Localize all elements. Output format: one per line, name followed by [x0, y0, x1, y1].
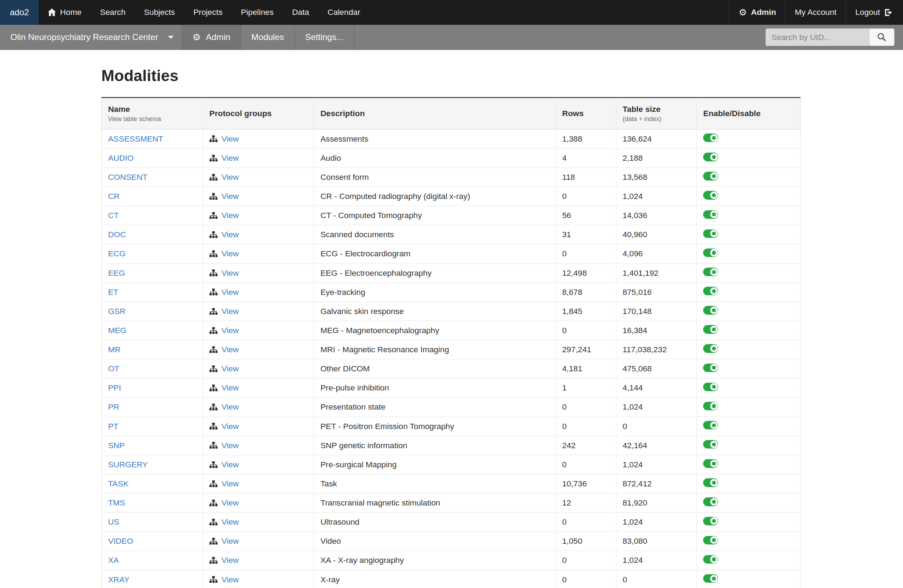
enable-toggle[interactable]: [703, 421, 718, 430]
enable-toggle[interactable]: [703, 210, 718, 219]
enable-toggle[interactable]: [703, 478, 718, 487]
protocol-groups-view-link[interactable]: View: [222, 364, 239, 373]
nav-my-account[interactable]: My Account: [785, 0, 846, 25]
protocol-groups-view-link[interactable]: View: [222, 268, 239, 278]
modality-name-link[interactable]: MR: [108, 345, 121, 354]
protocol-groups-view-link[interactable]: View: [222, 479, 239, 489]
modality-name-link[interactable]: PPI: [108, 383, 121, 392]
modality-name-link[interactable]: PT: [108, 422, 118, 431]
modality-name-cell: EEG: [102, 263, 203, 282]
enable-toggle[interactable]: [703, 536, 718, 544]
uid-search-button[interactable]: [869, 28, 895, 46]
nav-data[interactable]: Data: [283, 0, 318, 25]
modality-name-link[interactable]: ET: [108, 287, 118, 297]
enable-toggle[interactable]: [703, 133, 718, 142]
enable-toggle[interactable]: [703, 306, 718, 314]
nav-subjects[interactable]: Subjects: [135, 0, 184, 25]
modality-name-link[interactable]: ASSESSMENT: [108, 134, 164, 143]
modality-table-size: 14,036: [616, 206, 696, 225]
protocol-groups-view-link[interactable]: View: [222, 172, 239, 182]
protocol-groups-view-link[interactable]: View: [222, 460, 239, 469]
protocol-groups-view-link[interactable]: View: [222, 498, 239, 508]
nav-home[interactable]: Home: [39, 0, 91, 25]
modality-name-link[interactable]: US: [108, 517, 120, 527]
modality-name-link[interactable]: TASK: [108, 479, 129, 488]
protocol-groups-view-link[interactable]: View: [222, 441, 239, 450]
uid-search-input[interactable]: [766, 28, 869, 46]
nav-pipelines[interactable]: Pipelines: [232, 0, 283, 25]
enable-toggle[interactable]: [703, 249, 718, 257]
protocol-groups-view-link[interactable]: View: [222, 153, 239, 163]
protocol-groups-view-link[interactable]: View: [222, 326, 239, 335]
enable-toggle[interactable]: [703, 344, 718, 353]
protocol-groups-cell: View: [203, 168, 314, 187]
modality-name-link[interactable]: CR: [108, 191, 120, 201]
modality-name-link[interactable]: PR: [108, 402, 120, 411]
enable-disable-cell: [697, 417, 800, 436]
protocol-groups-view-link[interactable]: View: [222, 555, 239, 565]
nav-admin[interactable]: ⚙ Admin: [729, 0, 785, 25]
enable-toggle[interactable]: [703, 287, 718, 295]
enable-toggle[interactable]: [703, 172, 718, 180]
subnav-admin[interactable]: ⚙ Admin: [182, 25, 241, 50]
modality-name-link[interactable]: SNP: [108, 441, 125, 450]
nav-calendar[interactable]: Calendar: [318, 0, 369, 25]
protocol-groups-view-link[interactable]: View: [222, 249, 239, 259]
modality-name-link[interactable]: XRAY: [108, 575, 129, 584]
protocol-groups-view-link[interactable]: View: [222, 517, 239, 527]
modality-name-link[interactable]: SURGERY: [108, 460, 148, 469]
protocol-groups-view-link[interactable]: View: [222, 307, 239, 316]
header-name: Name View table schema: [102, 98, 203, 129]
modality-name-link[interactable]: TMS: [108, 498, 125, 507]
subnav-settings[interactable]: Settings...: [295, 25, 354, 50]
enable-toggle[interactable]: [703, 325, 718, 334]
site-selector-dropdown[interactable]: Olin Neuropsychiatry Research Center: [0, 25, 182, 50]
modality-name-link[interactable]: CONSENT: [108, 172, 148, 182]
sitemap-icon: [209, 404, 218, 411]
brand-logo[interactable]: ado2: [0, 0, 39, 25]
enable-toggle[interactable]: [703, 440, 718, 448]
enable-toggle[interactable]: [703, 497, 718, 506]
protocol-groups-view-link[interactable]: View: [222, 134, 239, 144]
protocol-groups-view-link[interactable]: View: [222, 402, 239, 412]
enable-toggle[interactable]: [703, 152, 718, 161]
modality-name-link[interactable]: DOC: [108, 230, 126, 239]
table-row: ET View Eye-tracking 8,678 875,016: [102, 282, 801, 302]
protocol-groups-view-link[interactable]: View: [222, 211, 239, 220]
modality-name-link[interactable]: VIDEO: [108, 536, 133, 546]
enable-toggle[interactable]: [703, 574, 718, 583]
modality-name-link[interactable]: AUDIO: [108, 153, 134, 163]
enable-toggle[interactable]: [703, 555, 718, 564]
modality-name-link[interactable]: ECG: [108, 249, 126, 258]
enable-toggle[interactable]: [703, 517, 718, 525]
nav-projects[interactable]: Projects: [184, 0, 232, 25]
modality-rows-count: 0: [556, 570, 616, 588]
protocol-groups-view-link[interactable]: View: [222, 191, 239, 201]
enable-toggle[interactable]: [703, 364, 718, 372]
modality-name-link[interactable]: CT: [108, 211, 119, 220]
modality-name-link[interactable]: MEG: [108, 326, 126, 335]
protocol-groups-view-link[interactable]: View: [222, 345, 239, 354]
view-table-schema-link[interactable]: View table schema: [108, 115, 196, 123]
protocol-groups-cell: View: [203, 148, 314, 168]
enable-toggle[interactable]: [703, 459, 718, 468]
protocol-groups-view-link[interactable]: View: [222, 230, 239, 239]
nav-logout[interactable]: Logout: [846, 0, 903, 25]
enable-toggle[interactable]: [703, 191, 718, 199]
nav-search[interactable]: Search: [91, 0, 135, 25]
protocol-groups-view-link[interactable]: View: [222, 575, 239, 585]
enable-toggle[interactable]: [703, 383, 718, 391]
enable-toggle[interactable]: [703, 229, 718, 238]
protocol-groups-view-link[interactable]: View: [222, 536, 239, 546]
protocol-groups-view-link[interactable]: View: [222, 422, 239, 431]
protocol-groups-view-link[interactable]: View: [222, 383, 239, 393]
enable-toggle[interactable]: [703, 402, 718, 410]
enable-toggle[interactable]: [703, 268, 718, 276]
modality-name-link[interactable]: GSR: [108, 307, 126, 316]
modality-name-link[interactable]: EEG: [108, 268, 125, 278]
protocol-groups-view-link[interactable]: View: [222, 287, 239, 297]
subnav-spacer: [354, 25, 766, 50]
subnav-modules[interactable]: Modules: [241, 25, 295, 50]
modality-name-link[interactable]: XA: [108, 555, 119, 564]
modality-name-link[interactable]: OT: [108, 364, 120, 373]
